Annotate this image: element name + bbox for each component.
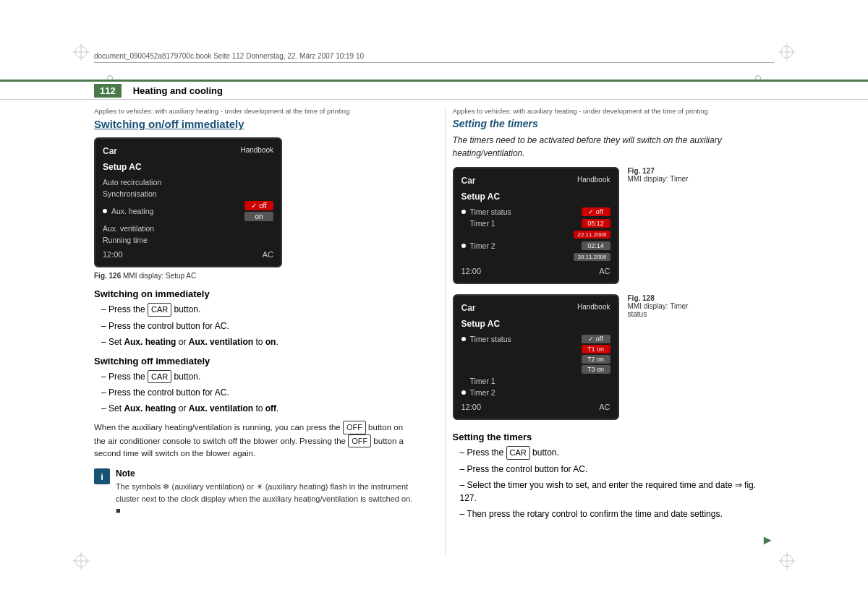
mmi-ts-t3: T3 on — [582, 365, 610, 374]
fig128-num: Fig. 128 — [628, 294, 655, 302]
mmi-header-126: Car Handbook — [103, 146, 273, 156]
mmi-label-running: Running time — [103, 236, 273, 244]
mmi-footer-127: 12:00 AC — [461, 267, 610, 275]
fig126-text: MMI display: Setup AC — [123, 272, 196, 280]
mmi-label-timer2-128: Timer 2 — [470, 388, 610, 397]
fig126-num: Fig. 126 — [94, 272, 121, 280]
mmi-value-on: on — [244, 212, 273, 221]
left-applies-text: Applies to vehicles: with auxiliary heat… — [94, 107, 416, 115]
mmi-row-sync: Synchronisation — [103, 189, 273, 198]
car-btn-1: CAR — [148, 303, 171, 317]
fig127-caption: Fig. 127 MMI display: Timer — [628, 167, 689, 183]
mmi-value-off: ✓ off — [244, 201, 273, 210]
mmi-car-label-126: Car — [103, 146, 117, 156]
mmi-dot-timer2 — [461, 244, 466, 248]
mmi-handbook-128: Handbook — [577, 303, 610, 313]
mmi-label-sync: Synchronisation — [103, 189, 273, 198]
mmi-ac-128: AC — [599, 403, 610, 411]
mmi-time-128: 12:00 — [461, 403, 482, 411]
switching-off-item-3: Set Aux. heating or Aux. ventilation to … — [101, 402, 416, 415]
mmi-row-auxvent: Aux. ventilation — [103, 224, 273, 233]
car-btn-3: CAR — [506, 446, 530, 460]
setting-timers-title: Setting the timers — [453, 432, 775, 442]
fig127-num: Fig. 127 — [628, 167, 655, 175]
mmi-row-timer2-date: 30.11.2006 — [461, 253, 610, 261]
reg-mark-bl — [72, 552, 90, 570]
mmi-row-autorecirc: Auto recirculation — [103, 178, 273, 187]
left-column: Applies to vehicles: with auxiliary heat… — [94, 107, 423, 555]
mmi-row-timerstatus2: Timer status ✓ off T1 on T2 on T3 on — [461, 335, 610, 374]
mmi-header-128: Car Handbook — [461, 303, 610, 313]
mmi-dot-timerstatus2 — [461, 337, 466, 341]
chapter-number: 112 — [94, 84, 122, 98]
fig127-text: MMI display: Timer — [628, 175, 689, 183]
mmi-handbook-127: Handbook — [577, 176, 610, 186]
mmi-row-timer1: Timer 1 05:12 — [461, 219, 610, 228]
setting-item-4: Then press the rotary control to confirm… — [460, 507, 775, 520]
mmi-value-timer1-date: 22.11.2006 — [574, 231, 610, 239]
mmi-label-timer1: Timer 1 — [470, 219, 582, 228]
mmi-row-timer1-128: Timer 1 — [461, 377, 610, 385]
mmi-ts-t1: T1 on — [582, 345, 610, 353]
mmi-value-timer2-date: 30.11.2006 — [574, 253, 610, 261]
body-text-off: When the auxiliary heating/ventilation i… — [94, 421, 416, 460]
mmi-value-timer1-time: 05:12 — [582, 219, 610, 228]
off-btn-2: OFF — [348, 434, 371, 448]
left-section-title: Switching on/off immediately — [94, 118, 416, 130]
content-area: Applies to vehicles: with auxiliary heat… — [94, 107, 774, 555]
reg-mark-br — [778, 552, 796, 570]
mmi-time-126: 12:00 — [103, 250, 123, 259]
file-info-bar: document_0900452a8179700c.book Seite 112… — [94, 52, 774, 63]
fig128-row: Car Handbook Setup AC Timer status ✓ off… — [453, 294, 775, 424]
fig128-caption: Fig. 128 MMI display: Timer status — [628, 294, 707, 318]
reg-mark-tr — [778, 43, 796, 61]
mmi-car-128: Car — [461, 303, 476, 313]
mmi-value-timer2-time: 02:14 — [582, 241, 610, 250]
mmi-handbook-label-126: Handbook — [240, 146, 273, 156]
mmi-title-126: Setup AC — [103, 162, 273, 172]
note-icon: i — [94, 468, 110, 484]
fig126-caption: Fig. 126 MMI display: Setup AC — [94, 272, 416, 280]
mmi-row-timer2: Timer 2 02:14 — [461, 241, 610, 250]
mmi-title-127: Setup AC — [461, 192, 610, 202]
mmi-display-fig128: Car Handbook Setup AC Timer status ✓ off… — [453, 294, 619, 420]
right-section-title: Setting the timers — [453, 118, 775, 129]
chapter-title: Heating and cooling — [133, 85, 223, 96]
mmi-label-timer2: Timer 2 — [470, 241, 582, 250]
mmi-label-auxheat: Aux. heating — [111, 207, 244, 215]
mmi-value-timerstatus: ✓ off — [582, 207, 610, 216]
right-applies-text: Applies to vehicles: with auxiliary heat… — [453, 107, 775, 115]
mmi-title-128: Setup AC — [461, 319, 610, 329]
reg-mark-tl — [72, 43, 90, 61]
switching-off-item-2: Press the control button for AC. — [101, 386, 416, 399]
mmi-row-timer2-128: Timer 2 — [461, 388, 610, 397]
car-btn-2: CAR — [148, 370, 171, 384]
fig128-text: MMI display: Timer status — [628, 302, 689, 318]
mmi-value-stack: ✓ off T1 on T2 on T3 on — [582, 335, 610, 374]
right-intro: The timers need to be activated before t… — [453, 134, 775, 160]
mmi-ts-t2: T2 on — [582, 355, 610, 364]
mmi-label-timerstatus2: Timer status — [470, 335, 582, 343]
mmi-header-127: Car Handbook — [461, 176, 610, 186]
note-text: The symbols ❄ (auxiliary ventilation) or… — [116, 481, 416, 517]
mmi-car-127: Car — [461, 176, 476, 186]
mmi-time-127: 12:00 — [461, 267, 482, 275]
mmi-display-fig127: Car Handbook Setup AC Timer status ✓ off… — [453, 167, 619, 284]
continuation-arrow: ► — [761, 533, 774, 548]
mmi-label-timer1-128: Timer 1 — [470, 377, 610, 385]
mmi-footer-126: 12:00 AC — [103, 250, 273, 259]
setting-item-1: Press the CAR button. — [460, 446, 775, 460]
switching-on-item-3: Set Aux. heating or Aux. ventilation to … — [101, 335, 416, 348]
file-info-text: document_0900452a8179700c.book Seite 112… — [94, 52, 364, 60]
off-btn-1: OFF — [343, 421, 366, 434]
mmi-ac-127: AC — [599, 267, 610, 275]
mmi-label-auxvent: Aux. ventilation — [103, 224, 273, 233]
mmi-footer-128: 12:00 AC — [461, 403, 610, 411]
switching-on-item-1: Press the CAR button. — [101, 303, 416, 317]
mmi-label-autorecirc: Auto recirculation — [103, 178, 273, 187]
mmi-ac-126: AC — [263, 250, 273, 259]
switching-on-title: Switching on immediately — [94, 288, 416, 299]
mmi-row-timerstatus: Timer status ✓ off — [461, 207, 610, 216]
mmi-dot-auxheat — [103, 209, 107, 213]
mmi-display-fig126: Car Handbook Setup AC Auto recirculation… — [94, 137, 282, 267]
